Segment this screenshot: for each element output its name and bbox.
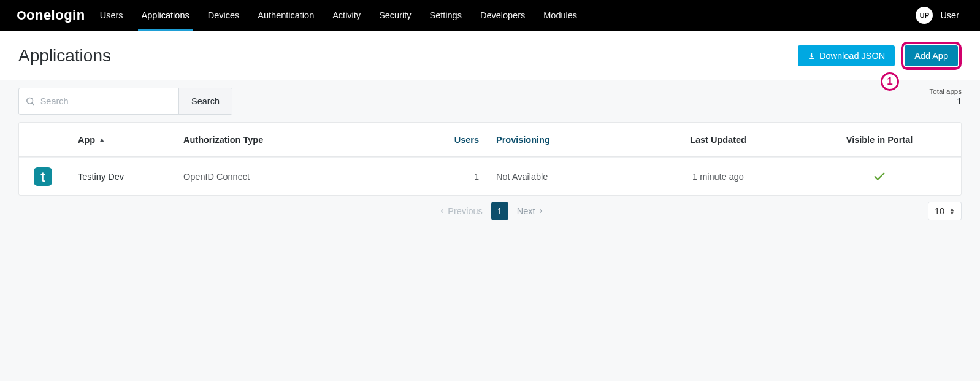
user-menu[interactable]: UP User [916, 7, 963, 24]
header-actions: Download JSON Add App 1 [798, 42, 962, 70]
nav-settings[interactable]: Settings [430, 0, 462, 31]
table-header: App ▲ Authorization Type Users Provision… [19, 123, 961, 157]
nav-security[interactable]: Security [379, 0, 411, 31]
page-header: Applications Download JSON Add App 1 [0, 31, 980, 80]
download-json-label: Download JSON [819, 51, 885, 61]
avatar: UP [916, 7, 933, 24]
svg-point-0 [27, 98, 33, 104]
page-current[interactable]: 1 [491, 202, 508, 220]
search-icon [25, 96, 36, 107]
app-name-cell: Testiny Dev [56, 172, 178, 182]
total-apps-label: Total apps [930, 88, 962, 95]
col-app[interactable]: App ▲ [56, 135, 178, 145]
search-input[interactable] [36, 96, 172, 106]
download-json-button[interactable]: Download JSON [798, 45, 895, 66]
chevron-left-icon [439, 208, 445, 214]
col-provisioning[interactable]: Provisioning [491, 135, 638, 145]
page-title: Applications [18, 46, 111, 66]
col-auth[interactable]: Authorization Type [178, 135, 399, 145]
brand-logo-icon [17, 11, 26, 20]
app-icon-cell: ʈ [19, 167, 56, 186]
search-button[interactable]: Search [178, 88, 232, 114]
total-apps-count: 1 [930, 96, 962, 106]
col-last-updated[interactable]: Last Updated [638, 135, 798, 145]
app-icon-letter: ʈ [40, 171, 45, 182]
brand-text: onelogin [26, 7, 85, 23]
nav-authentication[interactable]: Authentication [258, 0, 314, 31]
previous-button[interactable]: Previous [439, 206, 482, 216]
pager: Previous 1 Next [439, 202, 543, 220]
visible-cell [798, 170, 961, 183]
next-label: Next [517, 206, 535, 216]
previous-label: Previous [448, 206, 482, 216]
provisioning-cell: Not Available [491, 172, 638, 182]
nav-modules[interactable]: Modules [543, 0, 577, 31]
nav-applications[interactable]: Applications [142, 0, 189, 31]
toolbar-row: Search Total apps 1 [18, 88, 962, 115]
table-row[interactable]: ʈ Testiny Dev OpenID Connect 1 Not Avail… [19, 157, 961, 195]
top-nav: onelogin Users Applications Devices Auth… [0, 0, 980, 31]
search-wrap: Search [18, 88, 232, 115]
apps-table: App ▲ Authorization Type Users Provision… [18, 122, 962, 196]
download-icon [808, 52, 816, 60]
content-area: Search Total apps 1 App ▲ Authorization … [0, 80, 980, 239]
col-app-label: App [78, 135, 95, 145]
nav-users[interactable]: Users [100, 0, 123, 31]
col-visible[interactable]: Visible in Portal [798, 135, 961, 145]
app-name: Testiny Dev [78, 172, 124, 182]
nav-activity[interactable]: Activity [332, 0, 361, 31]
nav-items: Users Applications Devices Authenticatio… [100, 0, 577, 31]
nav-developers[interactable]: Developers [480, 0, 525, 31]
sort-asc-icon: ▲ [99, 136, 105, 143]
users-cell: 1 [399, 172, 491, 182]
check-icon [803, 170, 956, 183]
total-apps: Total apps 1 [930, 88, 962, 106]
search-input-wrap [19, 88, 178, 114]
next-button[interactable]: Next [517, 206, 544, 216]
brand-logo: onelogin [17, 7, 85, 23]
nav-devices[interactable]: Devices [208, 0, 240, 31]
app-icon: ʈ [34, 167, 52, 186]
auth-cell: OpenID Connect [178, 172, 399, 182]
callout-badge: 1 [881, 72, 899, 91]
chevron-right-icon [538, 208, 544, 214]
page-size-select[interactable]: 10 ▲▼ [928, 202, 962, 220]
pagination-row: Previous 1 Next 10 ▲▼ [18, 202, 962, 220]
user-label: User [940, 10, 959, 20]
add-app-highlight: Add App [901, 42, 962, 70]
add-app-button[interactable]: Add App [905, 45, 958, 66]
pagesize-stepper-icon: ▲▼ [949, 207, 955, 215]
last-updated-cell: 1 minute ago [638, 172, 798, 182]
page-size-value: 10 [935, 206, 944, 216]
col-users[interactable]: Users [399, 135, 491, 145]
